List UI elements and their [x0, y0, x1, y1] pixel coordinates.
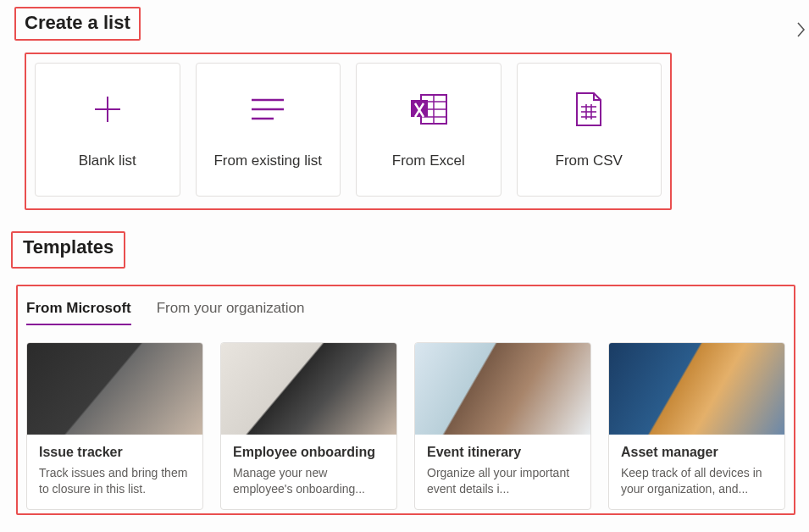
close-icon[interactable] — [795, 22, 807, 42]
excel-icon — [409, 90, 448, 129]
create-list-heading-highlight: Create a list — [14, 7, 141, 41]
tab-from-organization[interactable]: From your organization — [157, 293, 305, 325]
create-option-label: From Excel — [392, 152, 465, 169]
create-from-csv[interactable]: From CSV — [517, 63, 662, 197]
template-thumbnail — [415, 343, 590, 435]
csv-file-icon — [574, 90, 604, 129]
create-from-excel[interactable]: From Excel — [356, 63, 501, 197]
template-title: Event itinerary — [427, 445, 579, 460]
tab-label: From Microsoft — [26, 300, 131, 316]
template-desc: Keep track of all devices in your organi… — [621, 465, 773, 497]
tab-from-microsoft[interactable]: From Microsoft — [26, 293, 131, 325]
template-thumbnail — [609, 343, 784, 435]
template-desc: Organize all your important event detail… — [427, 465, 579, 497]
template-employee-onboarding[interactable]: Employee onboarding Manage your new empl… — [220, 342, 397, 510]
template-thumbnail — [27, 343, 202, 435]
template-desc: Manage your new employee's onboarding... — [233, 465, 385, 497]
templates-area-highlight: From Microsoft From your organization Is… — [16, 285, 795, 515]
template-cards-row: Issue tracker Track issues and bring the… — [26, 342, 785, 510]
template-asset-manager[interactable]: Asset manager Keep track of all devices … — [608, 342, 785, 510]
create-from-existing-list[interactable]: From existing list — [196, 63, 341, 197]
create-option-label: From CSV — [556, 152, 623, 169]
template-title: Employee onboarding — [233, 445, 385, 460]
page-title: Create a list — [25, 12, 130, 34]
create-options-highlight: Blank list From existing list From Excel — [25, 53, 672, 210]
template-desc: Track issues and bring them to closure i… — [39, 465, 191, 497]
template-issue-tracker[interactable]: Issue tracker Track issues and bring the… — [26, 342, 203, 510]
create-blank-list[interactable]: Blank list — [35, 63, 180, 197]
templates-title: Templates — [23, 236, 114, 258]
templates-heading-highlight: Templates — [11, 231, 125, 269]
template-event-itinerary[interactable]: Event itinerary Organize all your import… — [414, 342, 591, 510]
plus-icon — [91, 90, 124, 129]
template-title: Issue tracker — [39, 445, 191, 460]
templates-tabs: From Microsoft From your organization — [26, 293, 785, 325]
list-lines-icon — [250, 90, 285, 129]
template-thumbnail — [221, 343, 396, 435]
tab-label: From your organization — [157, 300, 305, 316]
create-option-label: Blank list — [79, 152, 136, 169]
template-title: Asset manager — [621, 445, 773, 460]
create-option-label: From existing list — [213, 152, 322, 169]
